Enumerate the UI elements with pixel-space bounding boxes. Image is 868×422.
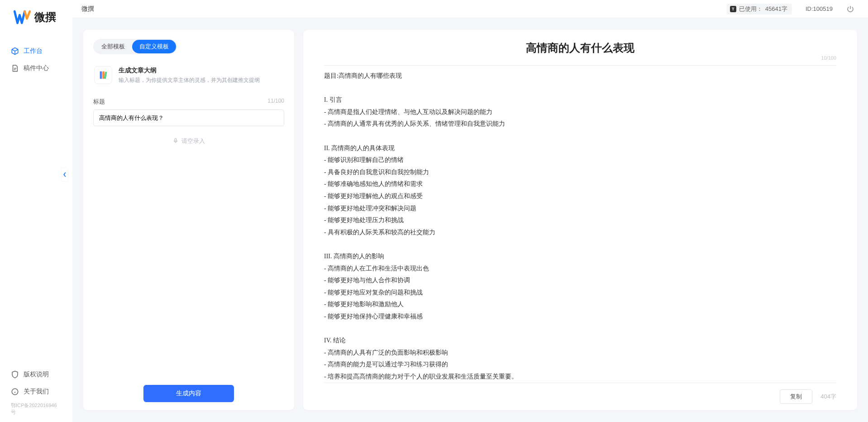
power-icon[interactable] <box>846 5 854 13</box>
nav-item-workbench[interactable]: 工作台 <box>0 43 72 60</box>
divider <box>324 65 836 66</box>
voice-input-button[interactable]: 请空录入 <box>93 137 284 145</box>
header-title: 微撰 <box>81 5 94 13</box>
template-title: 生成文章大纲 <box>119 66 260 75</box>
sidebar-collapse-handle[interactable] <box>62 168 68 181</box>
template-desc: 输入标题，为你提供文章主体的灵感，并为其创建推文提纲 <box>119 76 260 84</box>
info-icon <box>11 388 19 396</box>
header: 微撰 T 已使用： 45641字 ID:100519 <box>72 0 868 18</box>
tab-all-templates[interactable]: 全部模板 <box>94 40 132 53</box>
generate-button[interactable]: 生成内容 <box>143 385 234 402</box>
nav-label-workbench: 工作台 <box>24 47 43 55</box>
svg-rect-3 <box>100 71 102 79</box>
title-char-count: 11/100 <box>267 98 284 106</box>
title-field-label: 标题 <box>93 98 105 106</box>
logo[interactable]: 微撰 <box>0 10 72 43</box>
main-area: 全部模板 自定义模板 生成文章大纲 输入标题，为你提供文章主体的灵感，并为其创建… <box>72 18 868 422</box>
word-count: 404字 <box>820 393 836 401</box>
usage-prefix: 已使用： <box>739 5 763 13</box>
template-tabs: 全部模板 自定义模板 <box>93 39 177 54</box>
input-panel: 全部模板 自定义模板 生成文章大纲 输入标题，为你提供文章主体的灵感，并为其创建… <box>83 30 294 410</box>
voice-input-label: 请空录入 <box>181 137 205 145</box>
tab-custom-templates[interactable]: 自定义模板 <box>132 40 176 53</box>
cube-icon <box>11 47 19 55</box>
nav-label-about: 关于我们 <box>24 388 49 396</box>
nav-main: 工作台 稿件中心 <box>0 43 72 77</box>
sidebar: 微撰 工作台 稿件中心 <box>0 0 72 422</box>
document-title: 高情商的人有什么表现 <box>324 41 836 55</box>
nav-item-copyright[interactable]: 版权说明 <box>0 366 72 383</box>
document-icon <box>11 64 19 72</box>
svg-rect-6 <box>175 138 176 141</box>
text-count-icon: T <box>730 6 736 12</box>
logo-text: 微撰 <box>34 10 56 24</box>
icp-text: 鄂ICP备2022016946号 <box>0 400 72 417</box>
document-body: 题目:高情商的人有哪些表现 I. 引言 - 高情商是指人们处理情绪、与他人互动以… <box>324 70 836 383</box>
nav-item-drafts[interactable]: 稿件中心 <box>0 60 72 77</box>
user-id: ID:100519 <box>806 5 833 12</box>
usage-badge[interactable]: T 已使用： 45641字 <box>726 4 792 14</box>
title-input[interactable] <box>93 109 284 126</box>
microphone-icon <box>172 138 179 145</box>
copy-button[interactable]: 复制 <box>780 389 812 404</box>
nav-label-copyright: 版权说明 <box>24 370 49 379</box>
nav-item-about[interactable]: 关于我们 <box>0 383 72 400</box>
nav-label-drafts: 稿件中心 <box>24 64 49 72</box>
nav-footer: 版权说明 关于我们 鄂ICP备2022016946号 <box>0 366 72 422</box>
title-counter: 10/100 <box>821 55 836 61</box>
template-icon <box>94 66 112 84</box>
usage-value: 45641字 <box>765 5 787 13</box>
output-panel: 高情商的人有什么表现 10/100 题目:高情商的人有哪些表现 I. 引言 - … <box>303 30 857 410</box>
shield-icon <box>11 370 19 379</box>
logo-icon <box>14 10 31 24</box>
template-card[interactable]: 生成文章大纲 输入标题，为你提供文章主体的灵感，并为其创建推文提纲 <box>93 63 284 92</box>
